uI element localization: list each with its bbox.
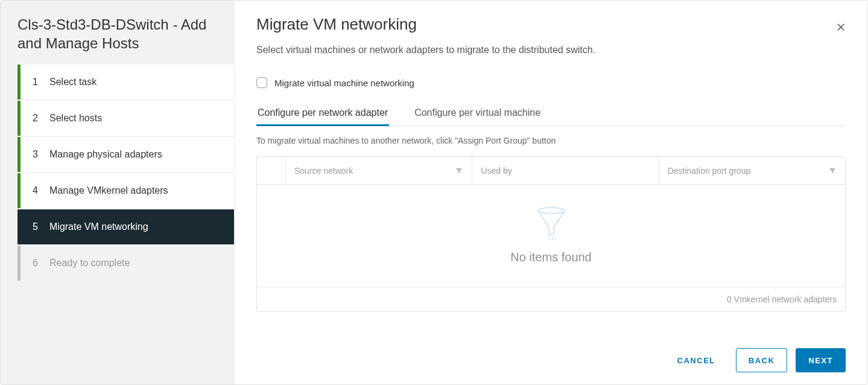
wizard-sidebar: Cls-3-Std3-DB-DSwitch - Add and Manage H… (1, 1, 235, 384)
step-label: Select task (49, 77, 223, 88)
table-body-empty: No items found (257, 185, 845, 287)
wizard-dialog: Cls-3-Std3-DB-DSwitch - Add and Manage H… (0, 0, 868, 385)
table-header: Source network Used by Destination port … (257, 157, 845, 185)
column-label: Source network (294, 166, 353, 176)
step-select-task[interactable]: 1 Select task (17, 65, 234, 100)
funnel-icon (537, 207, 566, 241)
step-label: Migrate VM networking (49, 221, 223, 232)
migrate-vm-checkbox-label: Migrate virtual machine networking (274, 78, 414, 88)
tab-configure-per-vm[interactable]: Configure per virtual machine (413, 103, 542, 126)
step-migrate-vm-networking[interactable]: 5 Migrate VM networking (17, 209, 234, 244)
step-manage-physical-adapters[interactable]: 3 Manage physical adapters (17, 137, 234, 172)
table-footer-count: 0 Vmkernel network adapters (727, 294, 837, 304)
step-number: 1 (33, 77, 41, 88)
step-ready-to-complete: 6 Ready to complete (17, 246, 234, 281)
column-used-by[interactable]: Used by (472, 157, 659, 184)
svg-point-2 (538, 208, 565, 214)
filter-icon[interactable] (828, 167, 837, 175)
step-manage-vmkernel-adapters[interactable]: 4 Manage VMkernel adapters (17, 173, 234, 208)
step-number: 6 (33, 258, 41, 269)
step-number: 4 (33, 185, 41, 196)
wizard-footer: CANCEL BACK NEXT (256, 334, 846, 372)
table-header-checkbox-cell (257, 157, 286, 184)
tab-configure-per-adapter[interactable]: Configure per network adapter (256, 103, 389, 126)
step-label: Select hosts (49, 113, 223, 124)
back-button[interactable]: BACK (736, 348, 788, 372)
wizard-content: Migrate VM networking Select virtual mac… (235, 1, 867, 384)
column-label: Destination port group (668, 166, 751, 176)
step-select-hosts[interactable]: 2 Select hosts (17, 101, 234, 136)
filter-icon[interactable] (455, 167, 463, 175)
step-number: 3 (33, 149, 41, 160)
step-label: Manage physical adapters (49, 149, 223, 160)
column-label: Used by (481, 166, 512, 176)
migrate-vm-checkbox[interactable] (256, 77, 267, 88)
step-number: 2 (33, 113, 41, 124)
helper-text: To migrate virtual machines to another n… (256, 136, 846, 145)
page-title: Migrate VM networking (256, 15, 846, 34)
adapters-table: Source network Used by Destination port … (256, 156, 846, 312)
close-icon (836, 22, 846, 32)
page-description: Select virtual machines or network adapt… (256, 45, 846, 56)
step-label: Ready to complete (49, 258, 223, 269)
wizard-title: Cls-3-Std3-DB-DSwitch - Add and Manage H… (1, 15, 234, 65)
empty-state-text: No items found (510, 250, 592, 264)
column-destination-port-group[interactable]: Destination port group (659, 157, 845, 184)
next-button[interactable]: NEXT (796, 348, 846, 372)
table-footer: 0 Vmkernel network adapters (257, 287, 845, 311)
svg-point-3 (548, 237, 555, 240)
close-button[interactable] (834, 20, 848, 34)
cancel-button[interactable]: CANCEL (665, 348, 727, 372)
step-label: Manage VMkernel adapters (49, 185, 223, 196)
step-number: 5 (33, 221, 41, 232)
wizard-steps: 1 Select task 2 Select hosts 3 Manage ph… (1, 65, 234, 281)
config-tabs: Configure per network adapter Configure … (256, 103, 846, 126)
tab-label: Configure per virtual machine (414, 107, 540, 118)
column-source-network[interactable]: Source network (286, 157, 472, 184)
tab-label: Configure per network adapter (258, 107, 388, 118)
migrate-vm-checkbox-row: Migrate virtual machine networking (256, 77, 846, 88)
